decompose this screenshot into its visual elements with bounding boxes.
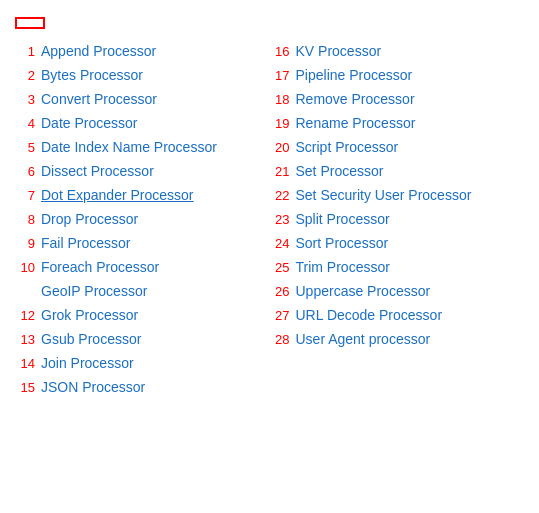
list-item: 10Foreach Processor	[15, 259, 270, 275]
list-item: 6Dissect Processor	[15, 163, 270, 179]
processor-link[interactable]: Uppercase Processor	[296, 283, 431, 299]
processor-number: 7	[15, 188, 35, 203]
processor-number: 27	[270, 308, 290, 323]
processor-link[interactable]: Gsub Processor	[41, 331, 141, 347]
processor-number: 21	[270, 164, 290, 179]
list-item: 16KV Processor	[270, 43, 525, 59]
processor-link[interactable]: Trim Processor	[296, 259, 390, 275]
list-item: 27URL Decode Processor	[270, 307, 525, 323]
list-item: 14Join Processor	[15, 355, 270, 371]
list-item: 2Bytes Processor	[15, 67, 270, 83]
processor-link[interactable]: Sort Processor	[296, 235, 389, 251]
processor-number: 5	[15, 140, 35, 155]
list-item: 5Date Index Name Processor	[15, 139, 270, 155]
processor-number: 12	[15, 308, 35, 323]
processor-number: 13	[15, 332, 35, 347]
processor-link[interactable]: Convert Processor	[41, 91, 157, 107]
processor-number: 24	[270, 236, 290, 251]
processor-number: 22	[270, 188, 290, 203]
list-item: 20Script Processor	[270, 139, 525, 155]
list-item: 15JSON Processor	[15, 379, 270, 395]
processor-number: 19	[270, 116, 290, 131]
processor-number: 8	[15, 212, 35, 227]
processor-link[interactable]: Join Processor	[41, 355, 134, 371]
list-item: 18Remove Processor	[270, 91, 525, 107]
processor-number: 26	[270, 284, 290, 299]
processor-number: 1	[15, 44, 35, 59]
list-item: 1Append Processor	[15, 43, 270, 59]
right-column: 16KV Processor17Pipeline Processor18Remo…	[270, 43, 525, 403]
list-item: 9Fail Processor	[15, 235, 270, 251]
processor-number: 23	[270, 212, 290, 227]
list-item: 8Drop Processor	[15, 211, 270, 227]
processor-link[interactable]: Remove Processor	[296, 91, 415, 107]
processor-link[interactable]: Split Processor	[296, 211, 390, 227]
processor-number: 28	[270, 332, 290, 347]
list-item: 17Pipeline Processor	[270, 67, 525, 83]
processor-number: 15	[15, 380, 35, 395]
processor-link[interactable]: Script Processor	[296, 139, 399, 155]
processor-number: 18	[270, 92, 290, 107]
processor-number: 4	[15, 116, 35, 131]
list-item: 23Split Processor	[270, 211, 525, 227]
processors-columns: 1Append Processor2Bytes Processor3Conver…	[15, 43, 524, 403]
processor-link[interactable]: Rename Processor	[296, 115, 416, 131]
processor-link[interactable]: JSON Processor	[41, 379, 145, 395]
list-item: 22Set Security User Processor	[270, 187, 525, 203]
processor-link[interactable]: URL Decode Processor	[296, 307, 443, 323]
processor-link[interactable]: GeoIP Processor	[41, 283, 147, 299]
list-item: 13Gsub Processor	[15, 331, 270, 347]
list-item: 28User Agent processor	[270, 331, 525, 347]
processor-number: 20	[270, 140, 290, 155]
list-item: GeoIP Processor	[15, 283, 270, 299]
processor-link[interactable]: Set Security User Processor	[296, 187, 472, 203]
processor-number: 25	[270, 260, 290, 275]
processor-link[interactable]: Set Processor	[296, 163, 384, 179]
processor-link[interactable]: Bytes Processor	[41, 67, 143, 83]
list-item: 4Date Processor	[15, 115, 270, 131]
processor-link[interactable]: Append Processor	[41, 43, 156, 59]
list-item: 21Set Processor	[270, 163, 525, 179]
processor-number: 16	[270, 44, 290, 59]
list-item: 26Uppercase Processor	[270, 283, 525, 299]
processor-number: 3	[15, 92, 35, 107]
processor-link[interactable]: Fail Processor	[41, 235, 130, 251]
processor-link[interactable]: Date Processor	[41, 115, 137, 131]
processors-section-header	[15, 17, 45, 29]
processor-link[interactable]: User Agent processor	[296, 331, 431, 347]
processor-link[interactable]: Foreach Processor	[41, 259, 159, 275]
list-item: 19Rename Processor	[270, 115, 525, 131]
processor-number: 6	[15, 164, 35, 179]
list-item: 24Sort Processor	[270, 235, 525, 251]
processor-number: 17	[270, 68, 290, 83]
processor-number: 14	[15, 356, 35, 371]
processor-link[interactable]: Pipeline Processor	[296, 67, 413, 83]
processor-link[interactable]: Drop Processor	[41, 211, 138, 227]
processor-link[interactable]: Dot Expander Processor	[41, 187, 194, 203]
processor-link[interactable]: KV Processor	[296, 43, 382, 59]
processor-link[interactable]: Dissect Processor	[41, 163, 154, 179]
left-column: 1Append Processor2Bytes Processor3Conver…	[15, 43, 270, 403]
processor-link[interactable]: Grok Processor	[41, 307, 138, 323]
list-item: 7Dot Expander Processor	[15, 187, 270, 203]
processor-number: 10	[15, 260, 35, 275]
processor-link[interactable]: Date Index Name Processor	[41, 139, 217, 155]
list-item: 25Trim Processor	[270, 259, 525, 275]
processor-number: 9	[15, 236, 35, 251]
list-item: 12Grok Processor	[15, 307, 270, 323]
list-item: 3Convert Processor	[15, 91, 270, 107]
processor-number: 2	[15, 68, 35, 83]
